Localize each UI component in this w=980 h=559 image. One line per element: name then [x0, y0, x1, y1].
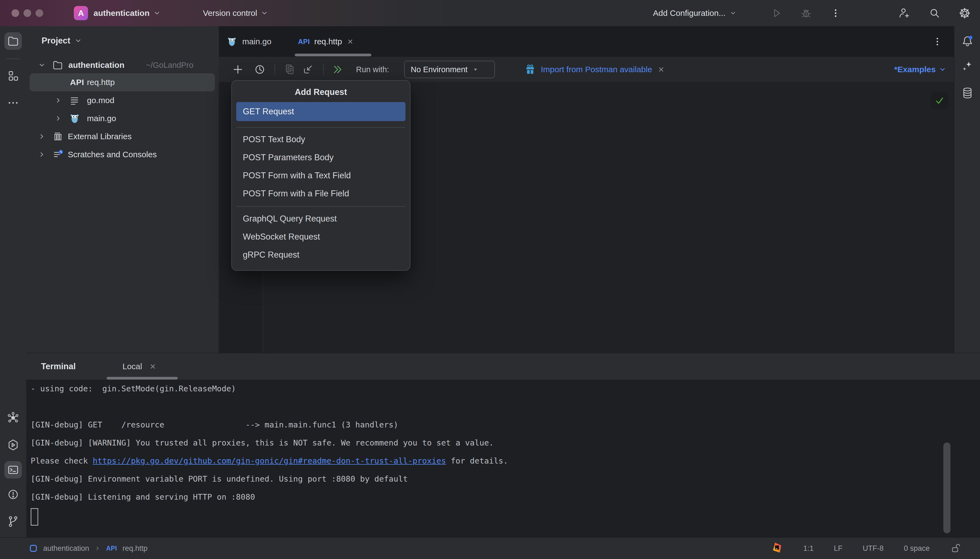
database-button[interactable] — [959, 84, 976, 102]
activity-bar-divider — [7, 58, 20, 59]
http-file-icon: API — [298, 38, 310, 46]
inspections-widget[interactable] — [931, 92, 948, 109]
bell-icon — [961, 35, 974, 47]
gopher-icon — [226, 36, 237, 47]
line-separator-widget[interactable]: LF — [834, 544, 843, 553]
project-view-selector[interactable]: Project — [41, 32, 82, 50]
tool-window-problems-button[interactable] — [4, 486, 22, 503]
add-request-popup: Add Request GET Request POST Text Body P… — [231, 80, 410, 271]
postman-import-notification[interactable]: Import from Postman available — [524, 57, 665, 82]
add-request-button[interactable] — [232, 63, 244, 76]
title-bar: A authentication Version control Add Con… — [0, 0, 980, 27]
environment-selector[interactable]: No Environment — [404, 61, 495, 78]
terminal-line: [GIN-debug] [WARNING] You trusted all pr… — [31, 434, 494, 452]
code-with-me-button[interactable] — [898, 7, 910, 19]
terminal-link[interactable]: https://pkg.go.dev/github.com/gin-gonic/… — [93, 456, 446, 465]
tool-window-services-hub-button[interactable] — [4, 409, 22, 427]
kebab-menu-icon — [830, 7, 842, 19]
popup-divider — [236, 206, 405, 207]
tab-main-go[interactable]: main.go — [226, 26, 271, 57]
copy-icon — [284, 63, 296, 76]
chevron-right-icon — [94, 545, 101, 551]
caret-position-widget[interactable]: 1:1 — [803, 544, 814, 553]
encoding-widget[interactable]: UTF-8 — [863, 544, 884, 553]
requests-history-button[interactable] — [254, 63, 266, 76]
indent-widget[interactable]: 0 space — [904, 544, 930, 553]
terminal-header: Terminal Local — [26, 353, 980, 380]
breadcrumb-project[interactable]: authentication — [43, 544, 89, 553]
examples-label: *Examples — [894, 65, 936, 74]
menu-item-websocket-request[interactable]: WebSocket Request — [243, 229, 399, 245]
run-configuration-selector[interactable]: Add Configuration... — [653, 0, 736, 26]
run-button[interactable] — [770, 7, 783, 19]
breadcrumb-file[interactable]: req.http — [122, 544, 148, 553]
terminal-line: Please check https://pkg.go.dev/github.c… — [31, 452, 508, 470]
close-icon[interactable] — [149, 362, 157, 370]
project-avatar[interactable]: A — [74, 6, 88, 20]
tab-req-http[interactable]: API req.http — [298, 26, 354, 57]
tree-path: ~/GoLandPro — [146, 61, 193, 70]
tool-window-structure-button[interactable] — [4, 67, 22, 85]
search-everywhere-button[interactable] — [929, 7, 940, 19]
tool-window-git-button[interactable] — [4, 513, 22, 530]
ellipsis-icon — [7, 96, 20, 109]
tool-window-services-button[interactable] — [4, 436, 22, 454]
traffic-light-minimize[interactable] — [23, 9, 31, 17]
jetbrains-logo[interactable] — [772, 542, 783, 555]
tree-row-external-libraries[interactable]: External Libraries — [26, 127, 219, 146]
traffic-light-zoom[interactable] — [36, 9, 43, 17]
menu-item-post-text-body[interactable]: POST Text Body — [243, 131, 399, 148]
import-requests-button[interactable] — [302, 63, 314, 76]
project-widget[interactable]: authentication — [94, 0, 160, 26]
tree-row-scratches[interactable]: Scratches and Consoles — [26, 146, 219, 164]
hub-icon — [7, 412, 20, 424]
more-tool-windows-button[interactable] — [4, 94, 22, 112]
menu-item-post-form-text-field[interactable]: POST Form with a Text Field — [243, 167, 399, 184]
alert-circle-icon — [7, 488, 20, 501]
terminal-text: Please check — [31, 456, 93, 465]
menu-item-grpc-request[interactable]: gRPC Request — [243, 247, 399, 263]
chevron-collapsed-icon — [38, 133, 45, 140]
menu-item-get-request[interactable]: GET Request — [243, 103, 399, 120]
chevron-down-icon — [74, 37, 82, 44]
settings-button[interactable] — [959, 7, 971, 19]
terminal-tool-window: Terminal Local - using code: gin.SetMode… — [26, 353, 980, 537]
debug-button[interactable] — [800, 7, 812, 19]
http-file-icon: API — [106, 545, 117, 552]
run-all-requests-button[interactable] — [331, 63, 344, 76]
vcs-widget[interactable]: Version control — [203, 0, 268, 26]
tree-row-go-mod[interactable]: go.mod — [26, 91, 219, 109]
text-file-icon — [69, 95, 80, 106]
ai-assistant-button[interactable] — [959, 58, 976, 75]
tool-window-project-button[interactable] — [4, 32, 22, 50]
run-with-label: Run with: — [356, 57, 389, 82]
lock-open-icon[interactable] — [950, 543, 961, 554]
more-actions-button[interactable] — [830, 7, 842, 19]
status-bar: authentication API req.http 1:1 LF UTF-8… — [0, 537, 980, 559]
sparkles-icon — [961, 60, 974, 73]
tree-row-authentication[interactable]: authentication ~/GoLandPro — [26, 56, 219, 74]
breadcrumb: authentication API req.http — [29, 538, 148, 559]
copy-request-button[interactable] — [284, 63, 296, 76]
active-tab-indicator — [295, 54, 371, 56]
traffic-light-close[interactable] — [12, 9, 19, 17]
menu-item-post-parameters-body[interactable]: POST Parameters Body — [243, 149, 399, 166]
terminal-scrollbar[interactable] — [944, 443, 950, 533]
menu-item-graphql-query[interactable]: GraphQL Query Request — [243, 210, 399, 227]
tree-row-req-http[interactable]: API req.http — [26, 73, 219, 91]
tree-row-main-go[interactable]: main.go — [26, 109, 219, 127]
plus-icon — [232, 63, 244, 76]
terminal-tab-local[interactable]: Local — [122, 353, 157, 380]
tool-window-terminal-button[interactable] — [4, 461, 22, 479]
terminal-title[interactable]: Terminal — [41, 353, 76, 380]
notifications-button[interactable] — [959, 32, 976, 50]
close-icon[interactable] — [347, 38, 354, 45]
chevron-down-icon — [154, 10, 160, 17]
terminal-output[interactable]: - using code: gin.SetMode(gin.ReleaseMod… — [26, 380, 980, 537]
close-icon[interactable] — [657, 65, 665, 74]
menu-item-post-form-file-field[interactable]: POST Form with a File Field — [243, 185, 399, 202]
tab-list-button[interactable] — [931, 36, 944, 48]
examples-selector[interactable]: *Examples — [894, 57, 946, 82]
hexagon-play-icon — [7, 439, 20, 451]
tree-label: Scratches and Consoles — [68, 150, 157, 159]
